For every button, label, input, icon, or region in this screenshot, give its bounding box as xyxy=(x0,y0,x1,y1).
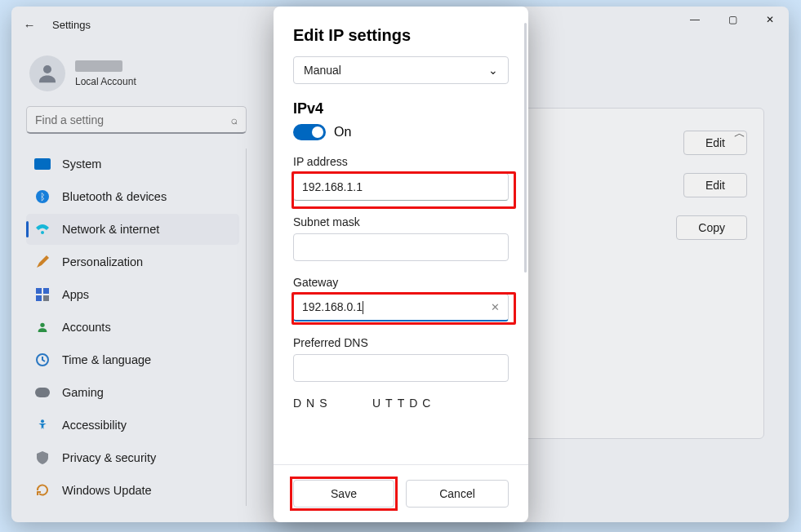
sidebar-item-personalization[interactable]: Personalization xyxy=(26,246,239,277)
svg-rect-11 xyxy=(35,388,50,397)
sidebar-item-label: Bluetooth & devices xyxy=(62,190,167,203)
maximize-button[interactable]: ▢ xyxy=(714,7,751,33)
sidebar-item-system[interactable]: System xyxy=(26,149,239,180)
sidebar-item-time[interactable]: Time & language xyxy=(26,344,239,375)
gateway-input[interactable]: 192.168.0.1 ✕ xyxy=(293,294,509,321)
sidebar-item-label: Network & internet xyxy=(62,223,159,236)
svg-rect-1 xyxy=(34,158,51,170)
preferred-dns-label: Preferred DNS xyxy=(293,336,509,349)
sidebar: Local Account ⌕ System ᛒ Bluetooth & dev… xyxy=(11,47,256,522)
gaming-icon xyxy=(34,384,51,401)
subnet-mask-input[interactable] xyxy=(293,233,509,261)
accessibility-icon xyxy=(34,417,51,433)
svg-text:ᛒ: ᛒ xyxy=(40,192,46,202)
toggle-label: On xyxy=(334,125,351,140)
account-type: Local Account xyxy=(75,76,136,87)
svg-rect-7 xyxy=(36,295,42,301)
update-icon xyxy=(34,482,51,499)
sidebar-item-label: Personalization xyxy=(62,255,143,268)
clock-icon xyxy=(34,352,51,368)
edit-ip-dialog: Edit IP settings Manual ⌄ IPv4 On IP add… xyxy=(274,7,528,522)
svg-rect-5 xyxy=(36,288,42,294)
svg-point-9 xyxy=(40,323,44,327)
sidebar-item-label: Gaming xyxy=(62,386,104,399)
sidebar-item-label: Windows Update xyxy=(62,484,152,497)
sidebar-item-label: System xyxy=(62,157,101,171)
subnet-mask-label: Subnet mask xyxy=(293,215,509,228)
system-icon xyxy=(34,156,51,172)
sidebar-item-privacy[interactable]: Privacy & security xyxy=(26,442,239,473)
sidebar-item-label: Privacy & security xyxy=(62,451,156,464)
dns-over-https-label: DNS UTTDC xyxy=(293,397,509,411)
back-icon[interactable]: ← xyxy=(21,18,38,32)
gateway-label: Gateway xyxy=(293,276,509,289)
apps-icon xyxy=(34,286,51,303)
chevron-down-icon: ⌄ xyxy=(488,64,498,77)
preferred-dns-input[interactable] xyxy=(293,354,509,382)
svg-rect-8 xyxy=(43,295,49,301)
accounts-icon xyxy=(34,319,51,335)
minimize-button[interactable]: ― xyxy=(676,7,714,33)
cancel-button[interactable]: Cancel xyxy=(406,480,509,508)
clear-icon[interactable]: ✕ xyxy=(491,301,500,313)
ip-mode-select[interactable]: Manual ⌄ xyxy=(293,56,509,84)
save-button[interactable]: Save xyxy=(293,480,394,508)
ipv4-heading: IPv4 xyxy=(293,100,509,117)
chevron-up-icon[interactable]: ︿ xyxy=(734,126,745,141)
bluetooth-icon: ᛒ xyxy=(34,188,51,205)
profile[interactable]: Local Account xyxy=(29,55,247,91)
wifi-icon xyxy=(34,221,51,237)
username-redacted xyxy=(75,60,122,72)
ip-address-input[interactable]: 192.168.1.1 xyxy=(302,180,363,193)
sidebar-item-gaming[interactable]: Gaming xyxy=(26,377,239,408)
close-button[interactable]: ✕ xyxy=(751,7,789,33)
sidebar-item-apps[interactable]: Apps xyxy=(26,279,239,310)
sidebar-item-network[interactable]: Network & internet xyxy=(26,214,239,245)
sidebar-item-label: Apps xyxy=(62,288,89,301)
sidebar-item-label: Time & language xyxy=(62,353,151,366)
search-icon: ⌕ xyxy=(231,113,238,126)
dialog-title: Edit IP settings xyxy=(293,26,509,45)
sidebar-item-label: Accounts xyxy=(62,321,111,334)
copy-button[interactable]: Copy xyxy=(676,215,747,240)
avatar xyxy=(29,55,65,91)
sidebar-item-accessibility[interactable]: Accessibility xyxy=(26,410,239,441)
edit-button[interactable]: Edit xyxy=(683,173,747,197)
svg-point-0 xyxy=(43,65,51,73)
window-title: Settings xyxy=(52,19,91,31)
svg-rect-6 xyxy=(43,288,49,294)
svg-point-12 xyxy=(41,419,44,423)
brush-icon xyxy=(34,254,51,270)
svg-point-4 xyxy=(41,231,44,234)
search-input[interactable] xyxy=(35,113,231,126)
ip-address-label: IP address xyxy=(293,155,509,168)
sidebar-item-bluetooth[interactable]: ᛒ Bluetooth & devices xyxy=(26,181,239,212)
select-value: Manual xyxy=(304,64,341,77)
shield-icon xyxy=(34,450,51,466)
search-box[interactable]: ⌕ xyxy=(26,106,247,134)
sidebar-item-accounts[interactable]: Accounts xyxy=(26,312,239,343)
sidebar-item-label: Accessibility xyxy=(62,419,127,432)
sidebar-item-update[interactable]: Windows Update xyxy=(26,475,239,506)
ipv4-toggle[interactable] xyxy=(293,124,326,140)
